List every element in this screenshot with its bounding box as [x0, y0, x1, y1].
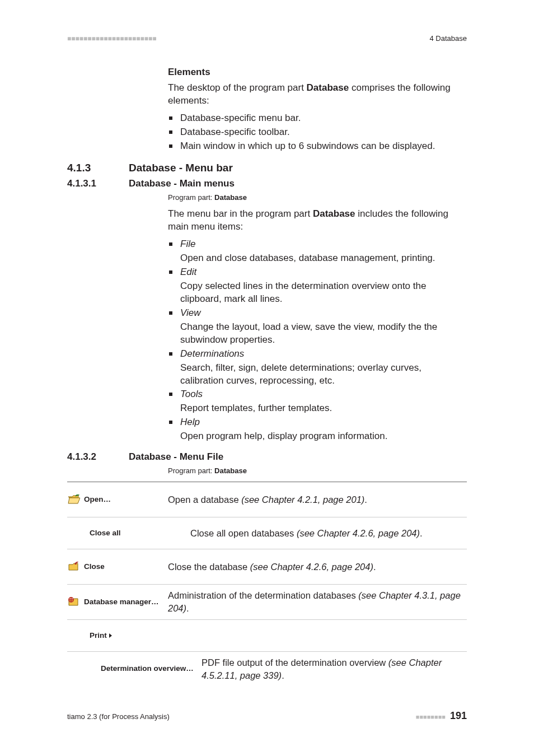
footer-dots: ■■■■■■■■: [416, 713, 446, 721]
page-header: ■■■■■■■■■■■■■■■■■■■■■■ 4 Database: [67, 34, 467, 44]
desc-post: .: [186, 603, 189, 613]
menu-item-view: View Change the layout, load a view, sav…: [168, 307, 467, 347]
program-part-4131: Program part: Database: [168, 193, 467, 203]
desc-pre: Open a database: [168, 494, 241, 505]
row-detov-desc: PDF file output of the determination ove…: [202, 656, 467, 682]
table-row: Open… Open a database (see Chapter 4.2.1…: [67, 482, 467, 517]
main-menus-body: The menu bar in the program part Databas…: [168, 208, 467, 443]
row-dbmgr-left: Database manager…: [67, 596, 168, 608]
menu-file-table: Open… Open a database (see Chapter 4.2.1…: [67, 482, 467, 687]
menu-desc: Copy selected lines in the determination…: [180, 280, 467, 306]
menu-name: Tools: [180, 389, 203, 399]
desc-ref: (see Chapter 4.2.1, page 201): [241, 494, 364, 505]
section-4132-num: 4.1.3.2: [67, 451, 129, 464]
desc-post: .: [282, 670, 284, 680]
elements-item: Main window in which up to 6 subwindows …: [168, 140, 467, 153]
header-dots: ■■■■■■■■■■■■■■■■■■■■■■: [67, 34, 156, 43]
program-part-value: Database: [214, 193, 247, 202]
section-413-num: 4.1.3: [67, 161, 129, 175]
elements-intro-pre: The desktop of the program part: [168, 82, 307, 93]
desc-pre: Administration of the determination data…: [168, 590, 358, 600]
program-part-4132: Program part: Database: [168, 466, 467, 476]
menu-list: File Open and close databases, database …: [168, 238, 467, 443]
section-4132-title: Database - Menu File: [129, 451, 223, 464]
row-close-left: Close: [67, 561, 168, 572]
table-row: Print: [67, 620, 467, 652]
menu-name: File: [180, 239, 195, 249]
menu-name: View: [180, 307, 201, 318]
page-footer: tiamo 2.3 (for Process Analysis) ■■■■■■■…: [67, 709, 467, 722]
menu-desc: Change the layout, load a view, save the…: [180, 321, 467, 347]
menu-desc: Search, filter, sign, delete determinati…: [180, 362, 467, 388]
program-part-value: Database: [214, 466, 247, 475]
footer-page-number: 191: [450, 709, 467, 722]
desc-pre: Close all open databases: [190, 528, 297, 538]
header-chapter: 4 Database: [430, 34, 467, 44]
menu-name: Determinations: [180, 348, 244, 359]
main-menus-intro-pre: The menu bar in the program part: [168, 208, 313, 219]
open-folder-icon: [67, 494, 81, 505]
menu-desc: Report templates, further templates.: [180, 402, 467, 415]
desc-pre: PDF file output of the determination ove…: [202, 657, 388, 668]
elements-item: Database-specific toolbar.: [168, 126, 467, 139]
elements-item: Database-specific menu bar.: [168, 112, 467, 125]
section-4131-title: Database - Main menus: [129, 178, 235, 190]
menu-item-edit: Edit Copy selected lines in the determin…: [168, 266, 467, 306]
table-row: Database manager… Administration of the …: [67, 585, 467, 620]
program-part-label: Program part:: [168, 466, 214, 475]
db-manager-icon: [67, 596, 81, 608]
row-detov-label: Determination overview…: [101, 664, 194, 673]
main-menus-intro: The menu bar in the program part Databas…: [168, 208, 467, 234]
desc-ref: (see Chapter 4.2.6, page 204): [250, 562, 373, 572]
row-open-left: Open…: [67, 494, 168, 505]
section-413: 4.1.3 Database - Menu bar: [67, 161, 467, 175]
section-4131-num: 4.1.3.1: [67, 178, 129, 190]
elements-intro: The desktop of the program part Database…: [168, 82, 467, 108]
section-413-title: Database - Menu bar: [129, 161, 233, 175]
elements-intro-bold: Database: [307, 82, 349, 93]
row-open-desc: Open a database (see Chapter 4.2.1, page…: [168, 493, 467, 506]
row-open-label: Open…: [84, 495, 111, 504]
row-print-left: Print: [67, 631, 190, 640]
row-dbmgr-label: Database manager…: [84, 598, 159, 606]
row-close-desc: Close the database (see Chapter 4.2.6, p…: [168, 561, 467, 573]
desc-post: .: [364, 494, 367, 505]
row-print-label: Print: [90, 631, 112, 640]
row-detov-left: Determination overview…: [67, 664, 202, 674]
desc-post: .: [373, 562, 376, 572]
table-row: Close all Close all open databases (see …: [67, 517, 467, 549]
row-close-label: Close: [84, 562, 105, 571]
elements-list: Database-specific menu bar. Database-spe…: [168, 112, 467, 153]
section-4132: 4.1.3.2 Database - Menu File: [67, 451, 467, 464]
main-menus-intro-bold: Database: [313, 208, 355, 219]
row-dbmgr-desc: Administration of the determination data…: [168, 589, 467, 614]
elements-section: Elements The desktop of the program part…: [168, 66, 467, 153]
menu-item-help: Help Open program help, display program …: [168, 416, 467, 443]
menu-name: Help: [180, 417, 200, 427]
menu-name: Edit: [180, 267, 196, 277]
row-closeall-desc: Close all open databases (see Chapter 4.…: [190, 527, 467, 539]
close-folder-icon: [67, 561, 81, 572]
desc-post: .: [420, 528, 423, 538]
desc-pre: Close the database: [168, 562, 250, 572]
menu-item-file: File Open and close databases, database …: [168, 238, 467, 265]
elements-heading: Elements: [168, 66, 467, 79]
desc-ref: (see Chapter 4.2.6, page 204): [297, 528, 420, 538]
section-4131: 4.1.3.1 Database - Main menus: [67, 178, 467, 190]
row-closeall-left: Close all: [67, 529, 190, 538]
menu-item-tools: Tools Report templates, further template…: [168, 388, 467, 415]
menu-desc: Open program help, display program infor…: [180, 430, 467, 443]
menu-desc: Open and close databases, database manag…: [180, 252, 467, 265]
table-row: Determination overview… PDF file output …: [67, 652, 467, 687]
row-closeall-label: Close all: [90, 529, 121, 538]
program-part-label: Program part:: [168, 193, 214, 202]
footer-left: tiamo 2.3 (for Process Analysis): [67, 712, 170, 722]
table-row: Close Close the database (see Chapter 4.…: [67, 549, 467, 585]
menu-item-determinations: Determinations Search, filter, sign, del…: [168, 348, 467, 388]
